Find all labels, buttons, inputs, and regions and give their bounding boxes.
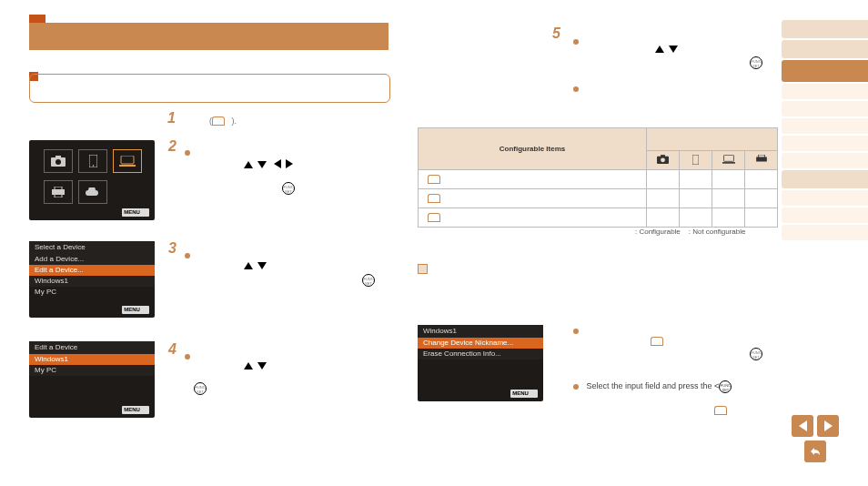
step2-line1: [185, 147, 196, 157]
list-item: My PC: [29, 365, 155, 376]
up-arrow-icon: [244, 161, 253, 168]
up-arrow-icon: [244, 362, 253, 370]
menu-badge: MENU: [122, 306, 149, 314]
screen-title: Select a Device: [29, 241, 155, 254]
para-line1: [573, 326, 584, 335]
para-book-2: [714, 406, 727, 415]
book-icon: [714, 406, 727, 413]
step3-line1: [185, 250, 196, 259]
tab-1[interactable]: [782, 20, 868, 38]
phone-icon: [78, 149, 107, 173]
up-arrow-icon: [244, 262, 253, 269]
tab-10[interactable]: [782, 190, 868, 206]
screenshot-select-device: Select a Device Add a Device... Edit a D…: [29, 241, 155, 318]
camera-icon: [44, 149, 73, 173]
printer-icon: [44, 180, 73, 204]
right-arrow-icon: [286, 159, 293, 168]
col-camera-icon: [647, 151, 680, 170]
list-item-selected: Windows1: [29, 354, 155, 365]
list-item: Erase Connection Info...: [418, 349, 543, 359]
bullet-icon: [185, 150, 190, 156]
para-book: [651, 337, 663, 346]
list-item: Windows1: [29, 276, 155, 287]
menu-badge: MENU: [122, 208, 149, 217]
svg-rect-1: [56, 156, 61, 158]
step2-funcset: FUNCSET: [282, 182, 295, 195]
book-icon: [428, 175, 440, 182]
step4-line1: [185, 351, 196, 360]
step-number-3: 3: [168, 240, 177, 257]
table-header-group: [647, 128, 778, 151]
subsection-box: [29, 74, 390, 103]
funcset-icon: FUNCSET: [750, 56, 762, 69]
funcset-icon: FUNCSET: [719, 380, 732, 393]
col-phone-icon: [680, 151, 712, 170]
step2-arrows: [244, 159, 293, 170]
col-laptop-icon: [712, 151, 745, 170]
tab-7[interactable]: [782, 136, 868, 151]
screen-title: Windows1: [418, 325, 543, 338]
left-arrow-icon: [799, 420, 807, 431]
down-arrow-icon: [257, 161, 267, 168]
screenshot-edit-device: Edit a Device Windows1 My PC MENU: [29, 341, 155, 418]
tab-5[interactable]: [782, 101, 868, 116]
menu-badge: MENU: [122, 406, 149, 414]
tab-4[interactable]: [782, 84, 868, 99]
step5-line2: [573, 84, 584, 93]
configurable-items-table: Configurable Items: [418, 127, 778, 228]
tab-6[interactable]: [782, 118, 868, 134]
svg-rect-14: [723, 155, 733, 161]
list-item: Add a Device...: [29, 254, 155, 265]
list-item: My PC: [29, 287, 155, 298]
tab-2[interactable]: [782, 40, 868, 58]
para-select-input: Select the input field and press the <FU…: [573, 380, 732, 393]
bullet-icon: [573, 39, 579, 45]
left-arrow-icon: [274, 159, 281, 168]
screen-title: Edit a Device: [29, 341, 155, 354]
table-header: Configurable Items: [419, 128, 647, 170]
bullet-icon: [573, 329, 579, 334]
funcset-icon: FUNCSET: [750, 348, 762, 360]
back-button[interactable]: [804, 440, 826, 462]
step4-funcset: FUNCSET: [194, 382, 207, 395]
prev-page-button[interactable]: [792, 415, 813, 437]
step4-arrows: [244, 362, 267, 371]
funcset-icon: FUNCSET: [362, 274, 375, 287]
cloud-icon: [78, 180, 107, 204]
step3-funcset: FUNCSET: [362, 274, 375, 287]
step5-funcset: FUNCSET: [750, 56, 762, 69]
table-row: [419, 208, 778, 228]
down-arrow-icon: [669, 46, 678, 53]
right-tab-strip: [782, 20, 868, 242]
table-row: [419, 170, 778, 189]
step-number-1: 1: [167, 110, 176, 127]
screenshot-icon-menu: MENU: [29, 140, 155, 220]
col-printer-icon: [745, 151, 778, 170]
menu-badge: MENU: [510, 390, 538, 398]
down-arrow-icon: [257, 362, 267, 370]
next-page-button[interactable]: [817, 415, 839, 437]
tab-9[interactable]: [782, 170, 868, 188]
select-input-text: Select the input field and press the <: [587, 381, 720, 390]
tab-8[interactable]: [782, 153, 868, 168]
note-marker: [418, 264, 428, 274]
tab-3[interactable]: [782, 60, 868, 82]
step5-line1: [573, 36, 584, 46]
table-row: [419, 189, 778, 208]
list-item-selected: Change Device Nickname...: [418, 338, 543, 349]
svg-point-12: [661, 157, 665, 162]
svg-point-2: [56, 159, 61, 165]
step1-text: ( ).: [209, 116, 237, 126]
svg-point-4: [92, 165, 94, 167]
book-icon: [651, 337, 663, 344]
step-number-4: 4: [168, 341, 177, 358]
bullet-icon: [573, 384, 579, 390]
legend-not-configurable: : Not configurable: [689, 228, 746, 236]
svg-rect-6: [119, 165, 136, 167]
tab-12[interactable]: [782, 225, 868, 240]
step-number-5: 5: [552, 25, 560, 42]
table-legend: : Configurable : Not configurable: [635, 228, 745, 236]
tab-11[interactable]: [782, 208, 868, 223]
step-number-2: 2: [168, 138, 177, 155]
svg-rect-5: [121, 156, 134, 164]
